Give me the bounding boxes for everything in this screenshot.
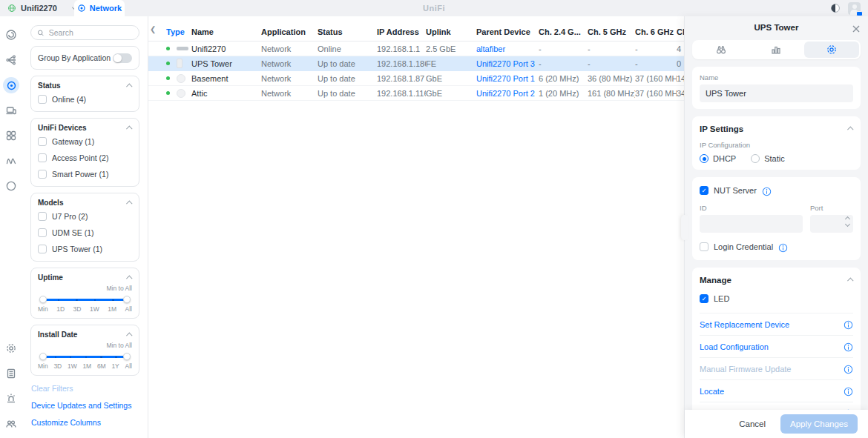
- access-point-device-icon: [177, 74, 185, 83]
- filter-option-access-point[interactable]: Access Point (2): [38, 151, 132, 165]
- column-header-parent[interactable]: Parent Device: [476, 27, 539, 36]
- radio-dhcp[interactable]: DHCP: [700, 154, 736, 163]
- radio-static[interactable]: Static: [751, 154, 785, 163]
- filter-option-smart-power[interactable]: Smart Power (1): [38, 167, 132, 181]
- user-avatar[interactable]: [848, 2, 861, 15]
- sidebar-item-wifiman[interactable]: [3, 153, 19, 169]
- customize-columns-link[interactable]: Customize Columns: [31, 418, 139, 427]
- checkbox[interactable]: [38, 170, 47, 179]
- column-header-application[interactable]: Application: [261, 27, 318, 36]
- column-header-name[interactable]: Name: [191, 27, 261, 36]
- info-icon[interactable]: [762, 186, 772, 196]
- table-row[interactable]: Unifi2270 Network Online 192.168.1.1 2.5…: [148, 42, 684, 56]
- parent-device-link[interactable]: Unifi2270 Port 2: [476, 89, 539, 98]
- led-checkbox-row[interactable]: ✓ LED: [700, 292, 853, 305]
- column-header-ch6[interactable]: Ch. 6 GHz: [635, 27, 677, 36]
- status-dot: [166, 62, 170, 65]
- checkbox-checked[interactable]: ✓: [700, 294, 708, 303]
- collapse-chevron-icon[interactable]: [126, 83, 132, 89]
- search-box[interactable]: [30, 25, 139, 40]
- slider-handle-max[interactable]: [123, 296, 131, 303]
- uptime-slider[interactable]: [39, 296, 131, 303]
- table-row[interactable]: Basement Network Up to date 192.168.1.87…: [148, 71, 684, 86]
- column-header-ch5[interactable]: Ch. 5 GHz: [588, 27, 635, 36]
- filter-option-online[interactable]: Online (4): [38, 93, 132, 106]
- apply-changes-button[interactable]: Apply Changes: [780, 414, 858, 434]
- device-updates-settings-link[interactable]: Device Updates and Settings: [31, 401, 139, 410]
- collapse-chevron-icon[interactable]: [126, 275, 132, 281]
- panel-footer: Cancel Apply Changes: [685, 410, 868, 438]
- column-header-clients[interactable]: Clients: [677, 27, 684, 36]
- column-header-ch24[interactable]: Ch. 2.4 G...: [539, 27, 588, 36]
- nut-server-checkbox-row[interactable]: ✓ NUT Server: [700, 184, 853, 197]
- site-selector[interactable]: Unifi2270: [7, 0, 77, 16]
- search-input[interactable]: [49, 28, 133, 37]
- cancel-button[interactable]: Cancel: [739, 419, 766, 428]
- tab-network[interactable]: Network: [74, 0, 125, 16]
- login-credential-checkbox-row[interactable]: Login Credential: [700, 240, 853, 253]
- sidebar-item-clients[interactable]: [3, 102, 19, 119]
- checkbox[interactable]: [38, 245, 47, 253]
- sidebar-item-settings[interactable]: [3, 340, 19, 356]
- parent-device-link[interactable]: altafiber: [476, 44, 539, 53]
- collapse-chevron-icon[interactable]: [126, 332, 132, 338]
- parent-device-link[interactable]: Unifi2270 Port 3: [476, 59, 539, 68]
- checkbox[interactable]: [38, 95, 47, 104]
- action-load-configuration[interactable]: Load Configuration: [700, 335, 853, 357]
- checkbox[interactable]: [38, 212, 47, 221]
- table-row-selected[interactable]: UPS Tower Network Up to date 192.168.1.1…: [148, 56, 684, 71]
- tab-overview[interactable]: [694, 42, 749, 58]
- collapse-chevron-icon[interactable]: [126, 200, 132, 206]
- sidebar-item-topology[interactable]: [3, 52, 19, 68]
- sidebar-item-admins[interactable]: [3, 416, 19, 432]
- install-date-slider[interactable]: [39, 353, 131, 360]
- sidebar-item-dashboard[interactable]: [3, 27, 19, 43]
- sidebar-item-unifi-devices[interactable]: [3, 77, 19, 93]
- filter-option-ups-tower[interactable]: UPS Tower (1): [38, 242, 132, 256]
- collapse-filter-panel-icon[interactable]: ❮: [150, 25, 156, 33]
- filter-option-gateway[interactable]: Gateway (1): [38, 135, 132, 148]
- nut-id-input[interactable]: [700, 215, 803, 233]
- number-stepper[interactable]: [846, 217, 849, 226]
- action-locate[interactable]: Locate: [700, 379, 853, 402]
- slider-handle-min[interactable]: [39, 353, 47, 360]
- info-icon[interactable]: [844, 386, 853, 396]
- close-icon[interactable]: [852, 23, 861, 32]
- checkbox[interactable]: [38, 228, 47, 237]
- slider-handle-min[interactable]: [39, 296, 47, 303]
- manage-section-header[interactable]: Manage: [700, 274, 853, 286]
- slider-handle-max[interactable]: [123, 353, 131, 360]
- column-header-status[interactable]: Status: [318, 27, 377, 36]
- sidebar-item-port-manager[interactable]: [3, 127, 19, 144]
- sidebar-item-radios[interactable]: [3, 178, 19, 194]
- filter-option-udm-se[interactable]: UDM SE (1): [38, 226, 132, 239]
- checkbox-checked[interactable]: ✓: [700, 186, 708, 195]
- table-row[interactable]: Attic Network Up to date 192.168.1.116 G…: [148, 86, 684, 101]
- action-set-replacement-device[interactable]: Set Replacement Device: [700, 313, 853, 335]
- collapse-chevron-icon[interactable]: [126, 125, 132, 131]
- column-header-type[interactable]: Type: [166, 27, 191, 36]
- column-header-ip[interactable]: IP Address: [377, 27, 426, 36]
- theme-toggle-icon[interactable]: [830, 3, 841, 13]
- checkbox[interactable]: [38, 137, 47, 146]
- radio-button[interactable]: [751, 154, 760, 163]
- radio-button[interactable]: [700, 154, 708, 163]
- column-header-uplink[interactable]: Uplink: [426, 27, 476, 36]
- clear-filters-link[interactable]: Clear Filters: [31, 384, 139, 393]
- info-icon[interactable]: [844, 342, 853, 351]
- checkbox[interactable]: [700, 242, 708, 251]
- device-name-input[interactable]: [700, 84, 853, 102]
- info-icon[interactable]: [844, 319, 853, 329]
- checkbox[interactable]: [38, 153, 47, 162]
- sidebar-item-alerts[interactable]: [3, 391, 19, 407]
- parent-device-link[interactable]: Unifi2270 Port 1: [476, 74, 539, 83]
- group-by-toggle[interactable]: [113, 53, 132, 63]
- ip-settings-section-header[interactable]: IP Settings: [700, 123, 853, 135]
- tab-statistics[interactable]: [749, 42, 803, 58]
- panel-resize-handle[interactable]: [681, 215, 688, 240]
- sidebar-item-system-log[interactable]: [3, 365, 19, 382]
- info-icon[interactable]: [778, 242, 788, 252]
- info-icon[interactable]: [844, 364, 853, 374]
- tab-settings[interactable]: [804, 42, 859, 58]
- filter-option-u7-pro[interactable]: U7 Pro (2): [38, 210, 132, 223]
